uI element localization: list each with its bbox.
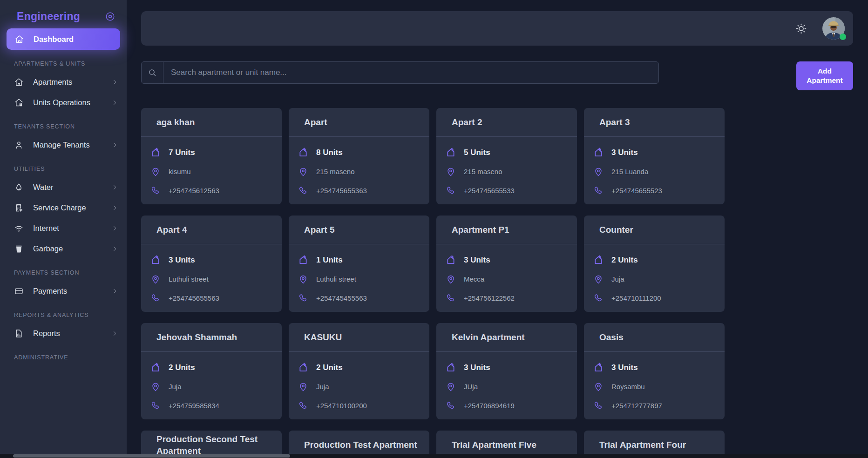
unit-count: 3 Units [169,256,195,265]
apartment-card-apart-3[interactable]: Apart 3 3 Units 215 Luanda +254745655523 [584,108,725,204]
apartment-card-kelvin-apartment[interactable]: Kelvin Apartment 3 Units JUja +254706894… [436,323,577,419]
unit-count: 2 Units [316,363,343,372]
location-pin-icon [150,382,161,392]
apartment-card-apart-5[interactable]: Apart 5 1 Units Luthuli street +25474545… [289,216,429,312]
house-icon [298,255,308,265]
apartment-name: Trial Apartment Four [599,439,686,451]
location-pin-icon [298,382,308,392]
phone-icon [446,293,456,303]
sidebar: Engineering DashboardAPARTMENTS & UNITSA… [0,0,127,458]
apartment-card-apart-2[interactable]: Apart 2 5 Units 215 maseno +254745655533 [436,108,577,204]
house-icon [446,255,456,265]
apartment-card-oasis[interactable]: Oasis 3 Units Roysambu +254712777897 [584,323,725,419]
sun-icon[interactable] [795,22,807,35]
phone-number: +254706894619 [464,402,515,410]
sidebar-item-reports[interactable]: Reports [0,323,127,344]
unit-count: 3 Units [611,363,638,372]
search-input[interactable] [163,62,658,83]
unit-count: 1 Units [316,256,343,265]
phone-icon [150,401,161,411]
sidebar-item-dashboard[interactable]: Dashboard [7,28,120,50]
search-box [141,61,659,84]
sidebar-item-payments[interactable]: Payments [0,281,127,301]
apartment-name: Counter [599,224,633,236]
house-icon [593,363,604,373]
sidebar-section-apartments-units: APARTMENTS & UNITS [14,61,113,67]
phone-number: +254712777897 [611,402,662,410]
sidebar-section-payments-section: PAYMENTS SECTION [14,269,113,276]
phone-number: +254745612563 [169,187,219,195]
apartment-name: Trial Apartment Five [452,439,536,451]
house-icon [446,363,456,373]
sidebar-item-units-operations[interactable]: Units Operations [0,93,127,113]
phone-number: +254759585834 [169,402,219,410]
sidebar-item-label: Reports [33,329,60,338]
phone-icon [593,186,604,196]
trash-icon [14,244,24,254]
sidebar-section-tenants-section: TENANTS SECTION [14,123,113,130]
add-apartment-button[interactable]: Add Apartment [796,61,853,90]
search-icon [148,68,157,77]
horizontal-scrollbar[interactable] [0,454,868,458]
sidebar-item-label: Garbage [33,244,63,253]
unit-count: 2 Units [169,363,195,372]
house-icon [446,148,456,158]
sidebar-item-garbage[interactable]: Garbage [0,239,127,259]
sidebar-item-internet[interactable]: Internet [0,218,127,238]
phone-icon [298,293,308,303]
phone-icon [298,401,308,411]
apartment-card-apartment-p1[interactable]: Apartment P1 3 Units Mecca +254756122562 [436,216,577,312]
home-lock-icon [14,98,24,108]
chevron-right-icon [111,184,118,191]
apartment-card-counter[interactable]: Counter 2 Units Juja +254710111200 [584,216,725,312]
apartment-card-kasuku[interactable]: KASUKU 2 Units Juja +254710100200 [289,323,429,419]
chevron-right-icon [111,204,118,211]
building-gear-icon [14,203,24,213]
unit-count: 7 Units [169,148,195,157]
main-area: Add Apartment aga khan 7 Units kisumu +2… [127,0,868,458]
phone-icon [446,186,456,196]
sidebar-collapse-icon[interactable] [105,11,115,22]
phone-number: +254745455563 [316,294,367,302]
phone-number: +254745655533 [464,187,515,195]
apartment-name: Production Test Apartment [304,439,417,451]
apartment-card-aga-khan[interactable]: aga khan 7 Units kisumu +254745612563 [141,108,282,204]
sidebar-item-water[interactable]: Water [0,177,127,197]
search-row: Add Apartment [141,61,853,90]
apartment-grid: aga khan 7 Units kisumu +254745612563 Ap… [141,108,853,458]
sidebar-item-manage-tenants[interactable]: Manage Tenants [0,135,127,155]
phone-number: +254710111200 [611,294,661,302]
app-brand: Engineering [17,10,80,23]
apartment-name: Oasis [599,331,624,343]
location-text: kisumu [169,168,191,175]
phone-icon [446,401,456,411]
apartment-card-apart[interactable]: Apart 8 Units 215 maseno +254745655363 [289,108,429,204]
apartment-card-jehovah-shammah[interactable]: Jehovah Shammah 2 Units Juja +2547595858… [141,323,282,419]
house-icon [298,363,308,373]
apartment-name: Jehovah Shammah [156,331,237,343]
apartment-name: aga khan [156,116,195,128]
location-pin-icon [446,382,456,392]
apartment-name: Kelvin Apartment [452,331,525,343]
sidebar-item-label: Water [33,183,53,192]
house-icon [150,148,161,158]
sidebar-section-administrative: ADMINISTRATIVE [14,354,113,361]
apartment-name: Apart 4 [156,224,187,236]
scrollbar-thumb[interactable] [13,454,290,458]
sidebar-item-service-charge[interactable]: Service Charge [0,198,127,218]
person-icon [14,140,24,150]
user-avatar[interactable] [822,17,845,40]
apartment-card-apart-4[interactable]: Apart 4 3 Units Luthuli street +25474565… [141,216,282,312]
sidebar-item-apartments[interactable]: Apartments [0,72,127,92]
unit-count: 8 Units [316,148,343,157]
chevron-right-icon [111,79,118,86]
phone-number: +254745655523 [611,187,662,195]
location-pin-icon [446,167,456,177]
location-pin-icon [298,274,308,284]
sidebar-item-label: Dashboard [34,35,74,44]
apartment-name: KASUKU [304,331,342,343]
location-text: 215 maseno [316,168,355,175]
location-pin-icon [593,274,604,284]
sidebar-section-reports-analytics: REPORTS & ANALYTICS [14,312,113,318]
credit-card-icon [14,286,24,296]
